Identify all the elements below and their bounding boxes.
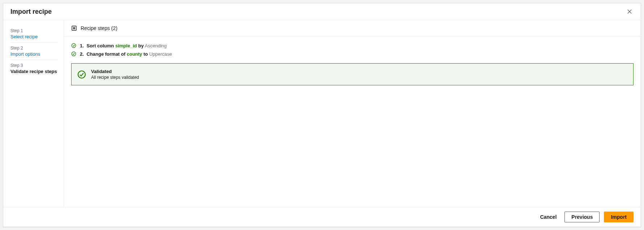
validated-title: Validated [91,69,139,74]
step-column: simple_id [115,43,137,48]
main-panel: Recipe steps (2) 1. Sort column simple_i… [64,20,641,207]
step-index: 2. [80,51,84,57]
step-value: Ascending [145,43,167,48]
step-label: Validate recipe steps [10,69,58,74]
check-circle-icon [71,51,76,56]
recipe-step-row: 1. Sort column simple_id by Ascending [71,42,634,48]
step-action: Sort column [86,43,114,48]
import-button[interactable]: Import [604,212,634,222]
section-title: Recipe steps (2) [81,25,117,31]
validated-subtitle: All recipe steps validated [91,75,139,80]
modal-title: Import recipe [10,8,52,16]
step-pre: of [121,51,125,57]
success-check-icon [77,70,86,79]
import-recipe-modal: Import recipe Step 1 Select recipe Step … [3,3,641,227]
step-index: 1. [80,43,84,48]
step-joiner: to [143,51,148,57]
cancel-button[interactable]: Cancel [536,212,560,222]
recipe-step-row: 2. Change format of county to Uppercase [71,51,634,57]
modal-header: Import recipe [3,3,641,20]
validated-alert: Validated All recipe steps validated [71,63,634,85]
wizard-step-1[interactable]: Step 1 Select recipe [10,25,58,42]
step-value: Uppercase [149,51,172,57]
svg-point-8 [78,71,85,78]
wizard-step-2[interactable]: Step 2 Import options [10,42,58,60]
step-joiner: by [138,43,144,48]
step-action: Change format [86,51,120,57]
step-column: county [127,51,142,57]
close-icon [627,9,632,14]
recipe-step-text: 2. Change format of county to Uppercase [80,51,172,57]
step-label: Import options [10,51,58,57]
wizard-step-3: Step 3 Validate recipe steps [10,60,58,77]
recipe-step-text: 1. Sort column simple_id by Ascending [80,43,167,48]
step-number: Step 3 [10,63,58,68]
step-label: Select recipe [10,34,58,39]
check-circle-icon [71,43,76,48]
step-number: Step 1 [10,28,58,33]
step-number: Step 2 [10,46,58,51]
recipe-steps-list: 1. Sort column simple_id by Ascending 2. [64,37,641,93]
validated-text: Validated All recipe steps validated [91,69,139,80]
previous-button[interactable]: Previous [564,212,600,222]
close-button[interactable] [626,8,634,16]
modal-body: Step 1 Select recipe Step 2 Import optio… [3,20,641,207]
section-header: Recipe steps (2) [64,20,641,37]
recipe-steps-icon [71,25,77,31]
modal-footer: Cancel Previous Import [3,207,641,227]
wizard-sidebar: Step 1 Select recipe Step 2 Import optio… [3,20,64,207]
